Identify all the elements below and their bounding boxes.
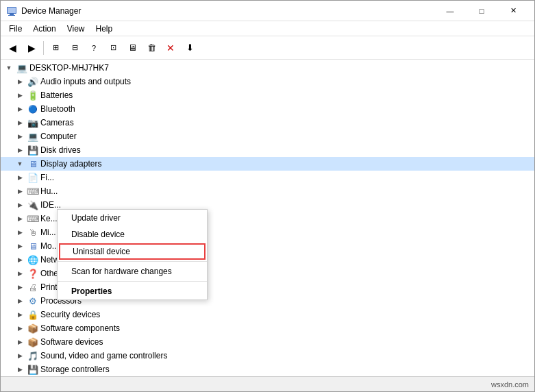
cameras-label: Cameras — [40, 118, 74, 127]
tree-item-bluetooth[interactable]: ▶ 🔵 Bluetooth — [1, 102, 534, 116]
maximize-button[interactable]: □ — [466, 1, 497, 21]
svg-rect-3 — [8, 8, 16, 13]
bluetooth-expand-icon: ▶ — [14, 103, 25, 114]
minimize-button[interactable]: — — [434, 1, 466, 21]
softwaredevices-expand-icon: ▶ — [14, 336, 25, 347]
close-button[interactable]: ✕ — [497, 1, 529, 21]
tree-item-batteries[interactable]: ▶ 🔋 Batteries — [1, 88, 534, 102]
displayadapters-icon: 🖥 — [27, 158, 38, 169]
bluetooth-icon: 🔵 — [27, 103, 38, 114]
tree-item-audio[interactable]: ▶ 🔊 Audio inputs and outputs — [1, 75, 534, 88]
mice-expand-icon: ▶ — [14, 227, 25, 238]
device-manager-icon-button[interactable]: 🖥 — [123, 39, 141, 57]
tree-item-sound[interactable]: ▶ 🎵 Sound, video and game controllers — [1, 349, 534, 363]
ide-expand-icon: ▶ — [14, 199, 25, 210]
firmware-icon: 📄 — [27, 172, 38, 183]
svg-rect-2 — [8, 15, 15, 16]
tree-item-security[interactable]: ▶ 🔒 Security devices — [1, 308, 534, 321]
network-icon: 🌐 — [27, 254, 38, 265]
computer-label: Computer — [40, 132, 77, 141]
tree-item-storage[interactable]: ▶ 💾 Storage controllers — [1, 363, 534, 376]
tree-item-softwarecomponents[interactable]: ▶ 📦 Software components — [1, 321, 534, 335]
toolbar-separator-1 — [43, 41, 44, 55]
main-area: ▼ 💻 DESKTOP-MHJ7HK7 ▶ 🔊 Audio inputs and… — [1, 60, 534, 376]
menu-help[interactable]: Help — [90, 23, 119, 35]
root-label: DESKTOP-MHJ7HK7 — [29, 63, 109, 73]
tree-item-firmware[interactable]: ▶ 📄 Fi... — [1, 171, 534, 184]
title-bar: Device Manager — □ ✕ — [1, 1, 534, 21]
human-icon: ⌨ — [27, 186, 38, 197]
ctx-disable-device[interactable]: Disable device — [58, 226, 207, 243]
tree-item-diskdrives[interactable]: ▶ 💾 Disk drives — [1, 143, 534, 157]
keyboards-icon: ⌨ — [27, 213, 38, 224]
forward-button[interactable]: ▶ — [23, 39, 40, 57]
human-label: Hu... — [40, 186, 58, 196]
ctx-update-driver[interactable]: Update driver — [58, 210, 207, 226]
update-driver-toolbar-button[interactable]: ⊟ — [66, 39, 84, 57]
firmware-expand-icon: ▶ — [14, 172, 25, 183]
monitors-expand-icon: ▶ — [14, 241, 25, 252]
tree-item-cameras[interactable]: ▶ 📷 Cameras — [1, 116, 534, 130]
ctx-uninstall-device[interactable]: Uninstall device — [59, 243, 206, 260]
title-bar-icon — [6, 5, 17, 16]
diskdrives-label: Disk drives — [40, 145, 81, 155]
tree-item-computer[interactable]: ▶ 💻 Computer — [1, 130, 534, 143]
back-button[interactable]: ◀ — [3, 39, 21, 57]
diskdrives-expand-icon: ▶ — [14, 145, 25, 156]
ctx-scan-hardware[interactable]: Scan for hardware changes — [58, 263, 207, 280]
scan-changes-toolbar-button[interactable]: ⊡ — [104, 39, 122, 57]
monitors-icon: 🖥 — [27, 241, 38, 252]
help-toolbar-button[interactable]: ? — [85, 39, 103, 57]
menu-file[interactable]: File — [3, 23, 27, 35]
status-right: wsxdn.com — [491, 380, 529, 389]
ctx-properties[interactable]: Properties — [58, 283, 207, 299]
tree-item-softwaredevices[interactable]: ▶ 📦 Software devices — [1, 335, 534, 349]
root-expand-icon: ▼ — [3, 62, 14, 73]
context-menu: Update driver Disable device Uninstall d… — [57, 209, 208, 300]
remove-device-toolbar-button[interactable]: 🗑 — [142, 39, 160, 57]
status-bar: wsxdn.com — [1, 376, 534, 391]
tree-root[interactable]: ▼ 💻 DESKTOP-MHJ7HK7 — [1, 61, 534, 75]
monitors-label: Mo... — [40, 241, 59, 251]
tree-panel[interactable]: ▼ 💻 DESKTOP-MHJ7HK7 ▶ 🔊 Audio inputs and… — [1, 60, 534, 376]
security-icon: 🔒 — [27, 309, 38, 320]
ide-icon: 🔌 — [27, 199, 38, 210]
softwarecomponents-icon: 📦 — [27, 323, 38, 334]
download-toolbar-button[interactable]: ⬇ — [181, 39, 199, 57]
batteries-expand-icon: ▶ — [14, 90, 25, 101]
keyboards-expand-icon: ▶ — [14, 213, 25, 224]
tree-item-human[interactable]: ▶ ⌨ Hu... — [1, 184, 534, 198]
toolbar: ◀ ▶ ⊞ ⊟ ? ⊡ 🖥 🗑 ✕ ⬇ — [1, 36, 534, 60]
mice-label: Mi... — [40, 228, 56, 237]
firmware-label: Fi... — [40, 173, 54, 182]
softwarecomponents-expand-icon: ▶ — [14, 323, 25, 334]
storage-expand-icon: ▶ — [14, 364, 25, 375]
title-bar-title: Device Manager — [21, 6, 434, 16]
svg-rect-1 — [10, 14, 14, 15]
ctx-separator-1 — [58, 261, 207, 262]
other-expand-icon: ▶ — [14, 268, 25, 279]
ctx-separator-2 — [58, 281, 207, 282]
uninstall-toolbar-button[interactable]: ✕ — [162, 39, 179, 57]
device-manager-window: Device Manager — □ ✕ File Action View He… — [0, 0, 535, 392]
tree-item-displayadapters[interactable]: ▼ 🖥 Display adapters — [1, 157, 534, 171]
processors-icon: ⚙ — [27, 295, 38, 306]
audio-label: Audio inputs and outputs — [40, 77, 131, 86]
menu-view[interactable]: View — [62, 23, 90, 35]
network-expand-icon: ▶ — [14, 254, 25, 265]
cameras-expand-icon: ▶ — [14, 117, 25, 128]
batteries-icon: 🔋 — [27, 90, 38, 101]
audio-icon: 🔊 — [27, 76, 38, 87]
human-expand-icon: ▶ — [14, 186, 25, 197]
storage-icon: 💾 — [27, 364, 38, 375]
ide-label: IDE... — [40, 200, 61, 210]
batteries-label: Batteries — [40, 90, 73, 100]
bluetooth-label: Bluetooth — [40, 104, 75, 114]
mice-icon: 🖱 — [27, 227, 38, 238]
computer-expand-icon: ▶ — [14, 131, 25, 142]
softwaredevices-icon: 📦 — [27, 336, 38, 347]
softwaredevices-label: Software devices — [40, 337, 103, 347]
menu-action[interactable]: Action — [27, 23, 61, 35]
processors-expand-icon: ▶ — [14, 295, 25, 306]
properties-toolbar-button[interactable]: ⊞ — [47, 39, 64, 57]
